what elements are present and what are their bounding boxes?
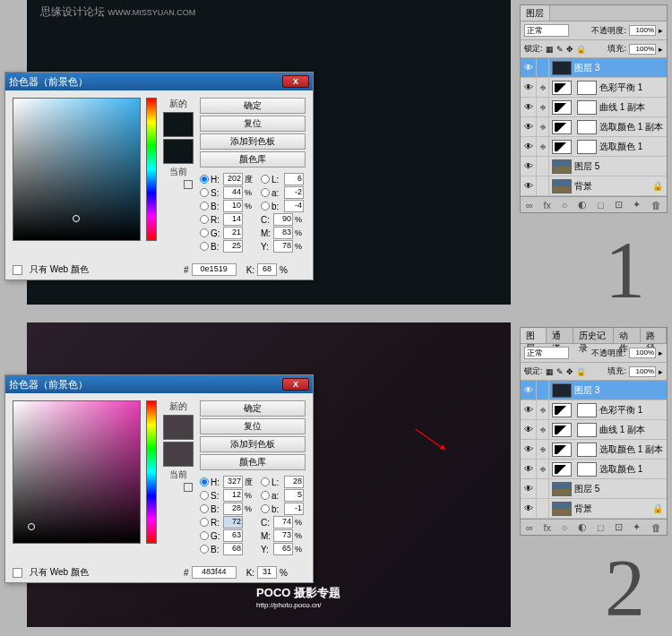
tab-paths[interactable]: 路径	[641, 328, 667, 343]
layer-row[interactable]: 👁⎆色彩平衡 1	[521, 78, 667, 98]
visibility-icon[interactable]: 👁	[521, 440, 537, 459]
visibility-icon[interactable]: 👁	[521, 420, 537, 439]
close-icon[interactable]: X	[282, 378, 309, 391]
link-icon[interactable]: ⎆	[537, 117, 549, 136]
footer-icon[interactable]: 🗑	[651, 522, 661, 533]
chevron-icon[interactable]: ▸	[659, 367, 663, 376]
footer-icon[interactable]: ◐	[578, 521, 587, 533]
blend-mode-select[interactable]: 正常	[524, 347, 569, 359]
lab-b-input[interactable]: -4	[284, 200, 304, 212]
current-swatch[interactable]	[163, 442, 194, 467]
layer-row[interactable]: 👁⎆选取颜色 1 副本	[521, 440, 667, 460]
y-input[interactable]: 78	[273, 240, 293, 253]
a-input[interactable]: -2	[284, 186, 304, 199]
link-icon[interactable]: ⎆	[537, 98, 549, 116]
footer-icon[interactable]: ◐	[578, 199, 587, 211]
web-only-checkbox[interactable]	[13, 265, 22, 275]
footer-icon[interactable]: □	[598, 522, 604, 533]
visibility-icon[interactable]: 👁	[521, 157, 537, 176]
layer-row[interactable]: 👁⎆选取颜色 1	[521, 460, 667, 479]
ok-button[interactable]: 确定	[200, 98, 306, 114]
footer-icon[interactable]: ✦	[633, 199, 641, 211]
visibility-icon[interactable]: 👁	[521, 137, 537, 156]
tab-layers[interactable]: 图层	[521, 328, 547, 343]
layer-row[interactable]: 👁⎆选取颜色 1	[521, 137, 667, 157]
bb-radio[interactable]	[200, 242, 209, 251]
blend-mode-select[interactable]: 正常	[524, 24, 569, 37]
lab-b-radio[interactable]	[261, 202, 270, 211]
link-icon[interactable]: ⎆	[537, 137, 549, 156]
visibility-icon[interactable]: 👁	[521, 499, 537, 518]
s-input[interactable]: 44	[223, 186, 243, 199]
lock-brush-icon[interactable]: ✎	[556, 367, 564, 376]
s-radio[interactable]	[200, 188, 209, 197]
add-swatch-button[interactable]: 添加到色板	[200, 133, 306, 150]
g-radio[interactable]	[200, 228, 209, 237]
color-lib-button[interactable]: 颜色库	[200, 454, 306, 470]
layer-row[interactable]: 👁图层 3	[521, 58, 667, 78]
visibility-icon[interactable]: 👁	[521, 78, 537, 97]
add-swatch-button[interactable]: 添加到色板	[200, 436, 306, 452]
visibility-icon[interactable]: 👁	[521, 98, 537, 116]
footer-icon[interactable]: ∞	[526, 522, 533, 533]
h-radio[interactable]	[200, 175, 209, 184]
color-lib-button[interactable]: 颜色库	[200, 151, 306, 168]
m-input[interactable]: 83	[273, 227, 293, 239]
hex-input[interactable]: 483f44	[192, 566, 237, 579]
g-input[interactable]: 21	[223, 227, 243, 239]
lock-move-icon[interactable]: ✥	[566, 45, 573, 54]
link-icon[interactable]: ⎆	[537, 460, 549, 478]
layer-row[interactable]: 👁图层 5	[521, 157, 667, 176]
visibility-icon[interactable]: 👁	[521, 176, 537, 195]
chevron-icon[interactable]: ▸	[659, 26, 663, 35]
r-radio[interactable]	[200, 215, 209, 224]
h-input[interactable]: 202	[223, 173, 243, 185]
footer-icon[interactable]: ∞	[526, 200, 533, 211]
opacity-input[interactable]: 100%	[629, 25, 656, 36]
tab-layers[interactable]: 图层	[521, 5, 550, 21]
warning-swatch[interactable]	[184, 180, 193, 189]
k-input[interactable]: 68	[257, 263, 277, 276]
new-swatch[interactable]	[163, 112, 194, 137]
layer-row[interactable]: 👁图层 5	[521, 479, 667, 499]
visibility-icon[interactable]: 👁	[521, 400, 537, 419]
hue-slider[interactable]	[146, 400, 158, 544]
visibility-icon[interactable]: 👁	[521, 117, 537, 136]
lock-pixels-icon[interactable]: ▦	[546, 367, 554, 376]
chevron-icon[interactable]: ▸	[659, 348, 663, 357]
footer-icon[interactable]: fx	[544, 522, 552, 533]
bb-input[interactable]: 25	[223, 240, 243, 253]
warning-swatch[interactable]	[184, 483, 193, 492]
l-input[interactable]: 6	[284, 173, 304, 185]
footer-icon[interactable]: □	[598, 200, 604, 211]
layer-row[interactable]: 👁⎆曲线 1 副本	[521, 98, 667, 117]
layer-row[interactable]: 👁图层 3	[521, 381, 667, 400]
lock-move-icon[interactable]: ✥	[566, 367, 573, 376]
footer-icon[interactable]: ○	[562, 522, 568, 533]
link-icon[interactable]: ⎆	[537, 420, 549, 439]
picker-titlebar[interactable]: 拾色器（前景色） X	[5, 73, 313, 90]
layer-row[interactable]: 👁⎆曲线 1 副本	[521, 420, 667, 440]
hue-slider[interactable]	[146, 98, 158, 241]
footer-icon[interactable]: ⊡	[615, 199, 623, 211]
cancel-button[interactable]: 复位	[200, 116, 306, 132]
visibility-icon[interactable]: 👁	[521, 58, 537, 77]
color-field[interactable]	[13, 98, 141, 241]
chevron-icon[interactable]: ▸	[659, 45, 663, 54]
a-radio[interactable]	[261, 188, 270, 197]
layer-row[interactable]: 👁⎆色彩平衡 1	[521, 400, 667, 420]
lock-all-icon[interactable]: 🔒	[576, 367, 586, 376]
layer-row[interactable]: 👁⎆选取颜色 1 副本	[521, 117, 667, 137]
c-input[interactable]: 90	[273, 213, 293, 226]
footer-icon[interactable]: ⊡	[615, 521, 623, 533]
link-icon[interactable]: ⎆	[537, 440, 549, 459]
fill-input[interactable]: 100%	[629, 44, 656, 55]
visibility-icon[interactable]: 👁	[521, 479, 537, 498]
footer-icon[interactable]: fx	[544, 200, 552, 211]
footer-icon[interactable]: ○	[562, 200, 568, 211]
cancel-button[interactable]: 复位	[200, 418, 306, 434]
opacity-input[interactable]: 100%	[629, 348, 656, 358]
close-icon[interactable]: X	[282, 75, 309, 88]
picker-titlebar[interactable]: 拾色器（前景色） X	[5, 375, 313, 393]
layer-row[interactable]: 👁背景🔒	[521, 499, 667, 519]
